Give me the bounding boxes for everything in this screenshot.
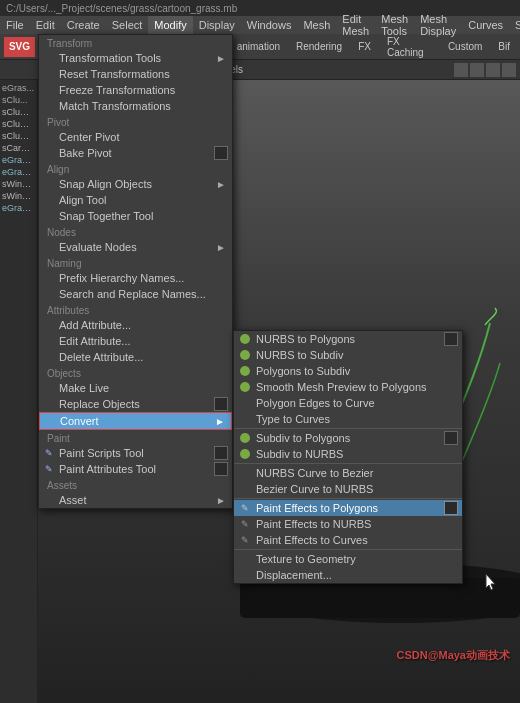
submenu-polygon-edges[interactable]: Polygon Edges to Curve: [234, 395, 462, 411]
menu-snap-together[interactable]: Snap Together Tool: [39, 208, 232, 224]
submenu-item-label: Polygons to Subdiv: [256, 365, 350, 377]
submenu-item-label: Smooth Mesh Preview to Polygons: [256, 381, 427, 393]
poly-edges-icon: [238, 396, 252, 410]
viewport-tab-rendering[interactable]: Rendering: [290, 34, 348, 59]
outliner-item[interactable]: eGrassWindW...: [0, 202, 37, 214]
menu-delete-attribute[interactable]: Delete Attribute...: [39, 349, 232, 365]
submenu-arrow: ►: [215, 416, 225, 427]
menu-replace-objects[interactable]: Replace Objects: [39, 396, 232, 412]
menu-paint-attributes[interactable]: ✎ Paint Attributes Tool: [39, 461, 232, 477]
convert-submenu: NURBS to Polygons NURBS to Subdiv Polygo…: [233, 330, 463, 584]
menu-make-live[interactable]: Make Live: [39, 380, 232, 396]
paint-scripts-check[interactable]: [214, 446, 228, 460]
viewport-tab-animation[interactable]: animation: [231, 34, 286, 59]
submenu-paint-effects-nurbs[interactable]: ✎ Paint Effects to NURBS: [234, 516, 462, 532]
outliner-item[interactable]: sCarpet4Mes...: [0, 142, 37, 154]
menu-file[interactable]: File: [0, 16, 30, 34]
menu-windows[interactable]: Windows: [241, 16, 298, 34]
menu-mesh[interactable]: Mesh: [297, 16, 336, 34]
main-menubar: File Edit Create Select Modify Display W…: [0, 16, 520, 34]
menu-paint-scripts[interactable]: ✎ Paint Scripts Tool: [39, 445, 232, 461]
submenu-nurbs-to-polygons[interactable]: NURBS to Polygons: [234, 331, 462, 347]
menu-item-label: Asset: [59, 494, 87, 506]
menu-edit-attribute[interactable]: Edit Attribute...: [39, 333, 232, 349]
menu-prefix-hierarchy[interactable]: Prefix Hierarchy Names...: [39, 270, 232, 286]
menu-freeze-transformations[interactable]: Freeze Transformations: [39, 82, 232, 98]
menu-item-label: Convert: [60, 415, 99, 427]
submenu-item-label: Paint Effects to Polygons: [256, 502, 378, 514]
menu-snap-align[interactable]: Snap Align Objects ►: [39, 176, 232, 192]
submenu-subdiv-to-poly[interactable]: Subdiv to Polygons: [234, 430, 462, 446]
menu-asset[interactable]: Asset ►: [39, 492, 232, 508]
menu-item-label: Search and Replace Names...: [59, 288, 206, 300]
menu-bake-pivot[interactable]: Bake Pivot: [39, 145, 232, 161]
menu-transformation-tools[interactable]: Transformation Tools ►: [39, 50, 232, 66]
paint-effects-curves-icon: ✎: [238, 533, 252, 547]
subdiv-poly-check[interactable]: [444, 431, 458, 445]
outliner-item[interactable]: sClump5Mes...: [0, 130, 37, 142]
menu-item-label: Replace Objects: [59, 398, 140, 410]
svg-button[interactable]: SVG: [4, 37, 35, 57]
menu-modify[interactable]: Modify: [148, 16, 192, 34]
menu-create[interactable]: Create: [61, 16, 106, 34]
vp-icon-1[interactable]: [454, 63, 468, 77]
submenu-smooth-mesh[interactable]: Smooth Mesh Preview to Polygons: [234, 379, 462, 395]
submenu-nurbs-bezier[interactable]: NURBS Curve to Bezier: [234, 465, 462, 481]
paint-effects-poly-check[interactable]: [444, 501, 458, 515]
paint-attributes-icon: ✎: [45, 464, 53, 474]
menu-mesh-tools[interactable]: Mesh Tools: [375, 16, 414, 34]
submenu-bezier-nurbs[interactable]: Bezier Curve to NURBS: [234, 481, 462, 497]
paint-attributes-check[interactable]: [214, 462, 228, 476]
nurbs-poly-check[interactable]: [444, 332, 458, 346]
menu-center-pivot[interactable]: Center Pivot: [39, 129, 232, 145]
submenu-paint-effects-poly[interactable]: ✎ Paint Effects to Polygons: [234, 500, 462, 516]
menu-edit[interactable]: Edit: [30, 16, 61, 34]
viewport-tab-custom[interactable]: Custom: [442, 34, 488, 59]
submenu-paint-effects-curves[interactable]: ✎ Paint Effects to Curves: [234, 532, 462, 548]
bake-pivot-check[interactable]: [214, 146, 228, 160]
menu-surfaces[interactable]: Surfaces: [509, 16, 520, 34]
submenu-poly-to-subdiv[interactable]: Polygons to Subdiv: [234, 363, 462, 379]
outliner-item[interactable]: sWindWide1...: [0, 190, 37, 202]
menu-section-transform: Transform: [39, 35, 232, 50]
submenu-item-label: NURBS Curve to Bezier: [256, 467, 373, 479]
vp-icon-3[interactable]: [486, 63, 500, 77]
outliner-panel: eGras... sClu... sClump3Mes... sClump4Me…: [0, 80, 38, 703]
outliner-item[interactable]: sClu...: [0, 94, 37, 106]
submenu-type-curves[interactable]: Type to Curves: [234, 411, 462, 427]
menu-section-naming: Naming: [39, 255, 232, 270]
outliner-item[interactable]: eGrassCarpet4: [0, 154, 37, 166]
submenu-displacement[interactable]: Displacement...: [234, 567, 462, 583]
vp-icon-4[interactable]: [502, 63, 516, 77]
viewport-tab-bif[interactable]: Bif: [492, 34, 516, 59]
outliner-item[interactable]: eGrassCarpet3: [0, 166, 37, 178]
menu-convert[interactable]: Convert ►: [39, 412, 232, 430]
vp-icon-2[interactable]: [470, 63, 484, 77]
menu-item-label: Delete Attribute...: [59, 351, 143, 363]
menu-curves[interactable]: Curves: [462, 16, 509, 34]
submenu-texture-geometry[interactable]: Texture to Geometry: [234, 551, 462, 567]
submenu-subdiv-to-nurbs[interactable]: Subdiv to NURBS: [234, 446, 462, 462]
menu-select[interactable]: Select: [106, 16, 149, 34]
menu-add-attribute[interactable]: Add Attribute...: [39, 317, 232, 333]
menu-search-replace[interactable]: Search and Replace Names...: [39, 286, 232, 302]
menu-mesh-display[interactable]: Mesh Display: [414, 16, 462, 34]
menu-match-transformations[interactable]: Match Transformations: [39, 98, 232, 114]
menu-align-tool[interactable]: Align Tool: [39, 192, 232, 208]
viewport-tab-fx[interactable]: FX: [352, 34, 377, 59]
outliner-item[interactable]: sClump4Mes...: [0, 118, 37, 130]
menu-display[interactable]: Display: [193, 16, 241, 34]
menu-item-label: Snap Align Objects: [59, 178, 152, 190]
menu-evaluate-nodes[interactable]: Evaluate Nodes ►: [39, 239, 232, 255]
submenu-nurbs-to-subdiv[interactable]: NURBS to Subdiv: [234, 347, 462, 363]
outliner-item[interactable]: sWindWide1...: [0, 178, 37, 190]
replace-objects-check[interactable]: [214, 397, 228, 411]
menu-edit-mesh[interactable]: Edit Mesh: [336, 16, 375, 34]
menu-item-label: Prefix Hierarchy Names...: [59, 272, 184, 284]
menu-reset-transformations[interactable]: Reset Transformations: [39, 66, 232, 82]
submenu-item-label: Paint Effects to Curves: [256, 534, 368, 546]
menu-item-label: Bake Pivot: [59, 147, 112, 159]
viewport-tab-fxcaching[interactable]: FX Caching: [381, 34, 438, 59]
outliner-item[interactable]: sClump3Mes...: [0, 106, 37, 118]
outliner-item[interactable]: eGras...: [0, 82, 37, 94]
